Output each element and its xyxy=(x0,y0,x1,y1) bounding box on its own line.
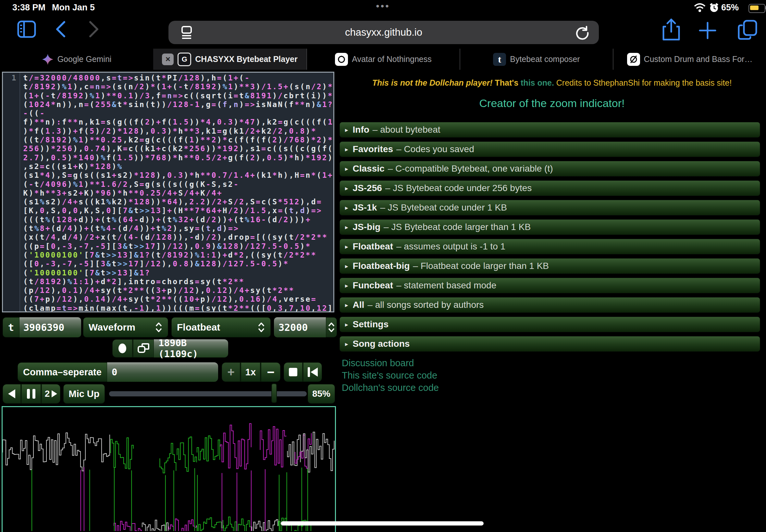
volume-slider-handle[interactable] xyxy=(271,383,277,403)
expand-triangle-icon: ▸ xyxy=(345,321,348,328)
expand-triangle-icon: ▸ xyxy=(345,262,348,270)
panel-link[interactable]: Dollchan's source code xyxy=(342,382,439,394)
comma-separate-button[interactable]: Comma–seperate xyxy=(18,362,107,382)
pause-button[interactable] xyxy=(21,384,41,404)
expand-triangle-icon: ▸ xyxy=(345,224,348,231)
song-mode-select[interactable]: Floatbeat xyxy=(171,317,271,337)
samplerate-stepper[interactable] xyxy=(326,317,337,337)
play-backward-button[interactable] xyxy=(3,384,21,404)
restart-icon xyxy=(310,368,318,377)
code-text[interactable]: t/=32000/48000,s=t=>sin(t*PI/128),h=(1+(… xyxy=(20,73,333,311)
samplerate-input[interactable]: 32000 xyxy=(274,317,326,337)
url-text: chasyxx.github.io xyxy=(168,27,599,38)
section-row[interactable]: ▸JS-256– JS Bytebeat code under 256 byte… xyxy=(339,180,760,196)
tab-chasyxx-bytebeat-player[interactable]: × G CHASYXX Bytebeat Player xyxy=(153,49,306,70)
pause-icon xyxy=(32,389,35,399)
status-bar: 3:38 PM Mon Jan 5 ••• 65% xyxy=(0,0,766,16)
expand-triangle-icon: ▸ xyxy=(345,282,348,289)
comma-separate-input[interactable]: 0 xyxy=(107,362,218,382)
play-forward-icon xyxy=(52,390,57,397)
tab-bytebeat-composer[interactable]: t Bytebeat composer xyxy=(460,49,613,70)
expand-triangle-icon: ▸ xyxy=(345,165,348,173)
t-counter-input[interactable]: 3906390 xyxy=(19,317,81,337)
section-row[interactable]: ▸Floatbeat-big– Floatbeat code larger th… xyxy=(339,258,760,274)
code-size-info: 1890B (1109c) xyxy=(154,339,228,357)
forward-icon[interactable] xyxy=(88,21,100,38)
notice-warning: This is not the Dollchan player! xyxy=(372,78,493,87)
tab-avatar-of-nothingness[interactable]: Avatar of Nothingness xyxy=(306,49,460,70)
panel-links: Discussion boardThis site's source codeD… xyxy=(342,357,439,394)
dollchan-player-link[interactable]: this one. xyxy=(521,78,554,87)
tumblr-icon: t xyxy=(493,53,506,66)
mic-up-button[interactable]: Mic Up xyxy=(63,384,105,404)
copy-link-button[interactable] xyxy=(133,339,154,357)
share-icon[interactable] xyxy=(662,18,680,41)
oscilloscope-canvas[interactable] xyxy=(2,406,336,532)
clock: 3:38 PM xyxy=(12,3,45,13)
battery-icon xyxy=(748,4,765,13)
restart-button[interactable] xyxy=(303,362,322,382)
line-number: 1 xyxy=(3,74,16,82)
stop-button[interactable] xyxy=(284,362,302,382)
battery-percent: 65% xyxy=(721,3,739,13)
expand-triangle-icon: ▸ xyxy=(345,185,348,192)
tab-custom-drum-and-bass[interactable]: Custom Drum and Bass For… xyxy=(613,49,766,70)
play-backward-icon xyxy=(8,389,15,398)
volume-slider-track[interactable] xyxy=(109,391,307,396)
date: Mon Jan 5 xyxy=(52,3,95,13)
stop-group xyxy=(284,362,322,382)
expand-triangle-icon: ▸ xyxy=(345,301,348,309)
speed-up-button[interactable]: + xyxy=(222,362,240,382)
tab-label: Google Gemini xyxy=(57,54,112,64)
reload-icon[interactable] xyxy=(575,25,590,40)
section-row[interactable]: ▸Info– about bytebeat xyxy=(339,122,760,138)
browser-toolbar: chasyxx.github.io xyxy=(0,16,766,48)
speed-down-button[interactable]: − xyxy=(261,362,280,382)
site-notice: This is not the Dollchan player! That's … xyxy=(338,78,766,88)
tab-label: Avatar of Nothingness xyxy=(352,54,432,64)
section-row[interactable]: ▸Song actions xyxy=(339,336,760,352)
volume-value-button[interactable]: 85% xyxy=(308,384,335,404)
speed-value: 1x xyxy=(241,362,260,382)
sidebar-icon[interactable] xyxy=(17,20,36,38)
section-row[interactable]: ▸Classic– C-compatible Bytebeat, one var… xyxy=(339,161,760,176)
accordion-list: ▸Info– about bytebeat▸Favorites– Codes y… xyxy=(339,122,760,356)
link-icon xyxy=(138,343,149,354)
record-button[interactable] xyxy=(112,339,132,357)
record-dot-icon xyxy=(118,344,126,353)
alarm-icon xyxy=(709,3,719,13)
tab-google-gemini[interactable]: Google Gemini xyxy=(0,49,153,70)
tab-label: Bytebeat composer xyxy=(510,54,580,64)
new-tab-icon[interactable] xyxy=(699,21,717,40)
section-row[interactable]: ▸Settings xyxy=(339,317,760,332)
back-icon[interactable] xyxy=(55,21,66,38)
pause-icon xyxy=(27,389,30,399)
record-size-group: 1890B (1109c) xyxy=(112,339,228,357)
play-forward-button[interactable]: 2 xyxy=(42,384,60,404)
panel-link[interactable]: Discussion board xyxy=(342,357,439,369)
draw-mode-select[interactable]: Waveform xyxy=(83,317,168,337)
section-row[interactable]: ▸JS-big– JS Bytebeat code larger than 1 … xyxy=(339,219,760,235)
creator-subtitle: Creator of the zoom indicator! xyxy=(338,97,766,110)
section-row[interactable]: ▸Favorites– Codes you saved xyxy=(339,141,760,157)
t-label: t xyxy=(3,317,19,337)
tab-label: CHASYXX Bytebeat Player xyxy=(195,54,297,64)
section-row[interactable]: ▸JS-1k– JS Bytebeat code under 1 KB xyxy=(339,200,760,215)
home-indicator[interactable] xyxy=(281,521,484,526)
address-bar[interactable]: chasyxx.github.io xyxy=(168,21,599,44)
select-chevron-icon xyxy=(155,321,163,333)
openai-icon xyxy=(335,53,348,66)
close-tab-icon[interactable]: × xyxy=(162,54,174,65)
section-row[interactable]: ▸Funcbeat– statement based mode xyxy=(339,278,760,293)
tab-bar: Google Gemini × G CHASYXX Bytebeat Playe… xyxy=(0,49,766,70)
panel-link[interactable]: This site's source code xyxy=(342,369,439,381)
site-favicon: G xyxy=(177,53,191,66)
section-row[interactable]: ▸Floatbeat– assumes output is -1 to 1 xyxy=(339,239,760,254)
gemini-icon xyxy=(42,54,54,65)
tab-label: Custom Drum and Bass For… xyxy=(644,54,753,64)
section-row[interactable]: ▸All– all songs sorted by authors xyxy=(339,297,760,313)
stepper-chevron-icon xyxy=(327,321,335,333)
code-editor[interactable]: 1 t/=32000/48000,s=t=>sin(t*PI/128),h=(1… xyxy=(2,72,334,312)
tabs-overview-icon[interactable] xyxy=(737,19,758,40)
expand-triangle-icon: ▸ xyxy=(345,243,348,250)
